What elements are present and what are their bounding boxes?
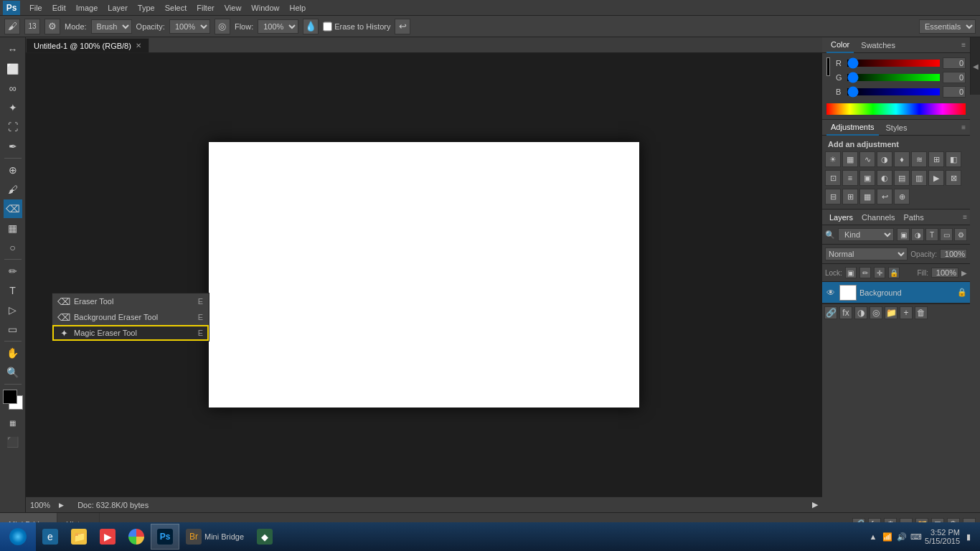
red-value[interactable]	[943, 57, 966, 69]
tool-type[interactable]: T	[4, 281, 22, 300]
blue-slider[interactable]	[847, 88, 940, 95]
filter-smart-icon[interactable]: ⚙	[954, 228, 967, 241]
menu-image[interactable]: Image	[71, 2, 103, 14]
mode-select[interactable]: Brush	[91, 19, 132, 34]
taskbar-bridge[interactable]: Br Mini Bridge	[179, 524, 250, 550]
tab-swatches[interactable]: Swatches	[857, 37, 900, 53]
menu-file[interactable]: File	[24, 2, 47, 14]
color-preview-swatch[interactable]	[826, 57, 830, 76]
volume-icon[interactable]: 🔊	[896, 531, 908, 542]
adj-icon-extra4[interactable]: ↩	[877, 189, 892, 204]
adj-icon-extra5[interactable]: ⊕	[894, 189, 910, 204]
opacity-select[interactable]: 100%	[169, 19, 210, 34]
menu-filter[interactable]: Filter	[192, 2, 219, 14]
screen-mode-btn[interactable]: ⬛	[4, 433, 22, 451]
brush-size-btn[interactable]: 13	[24, 19, 40, 34]
fx-btn[interactable]: fx	[839, 306, 852, 319]
adj-colorlookup-btn[interactable]: ▣	[859, 170, 875, 186]
adj-gradientmap-btn[interactable]: ▶	[928, 170, 944, 186]
green-value[interactable]	[943, 72, 966, 83]
new-layer-btn[interactable]: +	[900, 306, 913, 319]
layers-panel-expand[interactable]: ≡	[963, 213, 967, 221]
tool-eyedropper[interactable]: ✒	[4, 137, 22, 156]
red-slider[interactable]	[847, 60, 940, 67]
taskbar-chrome[interactable]	[122, 524, 151, 550]
panel-collapse-btn[interactable]: ◀	[970, 37, 980, 95]
brush-options-btn[interactable]: ⚙	[44, 19, 60, 34]
taskbar-photoshop[interactable]: Ps	[151, 524, 179, 550]
menu-window[interactable]: Window	[246, 2, 284, 14]
airbrush-icon[interactable]: ◎	[215, 19, 230, 34]
tab-adjustments[interactable]: Adjustments	[826, 120, 879, 136]
tool-eraser[interactable]: ⌫	[4, 199, 22, 218]
tool-pen[interactable]: ✏	[4, 262, 22, 281]
layers-filter-select[interactable]: Kind	[838, 228, 894, 241]
adj-bw-btn[interactable]: ◧	[946, 151, 961, 167]
tool-move[interactable]: ↔	[4, 40, 22, 59]
expand-arrow[interactable]: ▶	[812, 500, 818, 509]
tool-hand[interactable]: ✋	[4, 344, 22, 362]
new-mask-btn[interactable]: ◑	[854, 306, 867, 319]
tool-shape[interactable]: ▭	[4, 320, 22, 339]
taskbar-extra[interactable]: ◆	[250, 524, 279, 550]
flow-select[interactable]: 100%	[258, 19, 298, 34]
adj-vibrance-btn[interactable]: ♦	[894, 151, 910, 167]
workspace-select[interactable]: Essentials	[919, 19, 976, 34]
flyout-magic-eraser-tool[interactable]: ✦ Magic Eraser Tool E	[52, 325, 209, 341]
filter-type-icon[interactable]: T	[925, 228, 938, 241]
filter-adj-icon[interactable]: ◑	[911, 228, 924, 241]
keyboard-icon[interactable]: ⌨	[910, 531, 922, 542]
menu-edit[interactable]: Edit	[47, 2, 71, 14]
erase-to-history-checkbox[interactable]	[323, 19, 332, 34]
blend-mode-select[interactable]: Normal	[825, 248, 908, 260]
opacity-input[interactable]	[940, 249, 967, 259]
flyout-bg-eraser-tool[interactable]: ⌫ Background Eraser Tool E	[52, 309, 209, 325]
layer-visibility-btn[interactable]: 👁	[825, 287, 837, 298]
lock-all-btn[interactable]: 🔒	[888, 267, 900, 278]
tool-crop[interactable]: ⛶	[4, 118, 22, 136]
quick-mask-btn[interactable]: ▦	[4, 413, 22, 432]
flow-icon[interactable]: 💧	[303, 19, 319, 34]
adj-icon-extra2[interactable]: ⊞	[842, 189, 858, 204]
tab-styles[interactable]: Styles	[882, 120, 912, 136]
adj-channelmixer-btn[interactable]: ≡	[842, 170, 858, 186]
color-spectrum-bar[interactable]	[826, 103, 966, 115]
taskbar-ie[interactable]: e	[36, 524, 65, 550]
taskbar-media[interactable]: ▶	[93, 524, 122, 550]
adj-threshold-btn[interactable]: ▥	[911, 170, 927, 186]
taskbar-clock[interactable]: 3:52 PM 5/15/2015	[925, 528, 960, 545]
tool-lasso[interactable]: ∞	[4, 79, 22, 98]
tool-zoom[interactable]: 🔍	[4, 363, 22, 382]
lock-paint-btn[interactable]: ✏	[859, 267, 871, 278]
adj-hsl-btn[interactable]: ≋	[911, 151, 927, 167]
taskbar-explorer[interactable]: 📁	[65, 524, 93, 550]
color-swatches[interactable]	[3, 390, 23, 410]
tool-healing[interactable]: ⊕	[4, 161, 22, 179]
show-desktop-btn[interactable]: ▮	[963, 531, 974, 542]
status-info-btn[interactable]: ▶	[56, 500, 66, 510]
flyout-eraser-tool[interactable]: ⌫ Eraser Tool E	[52, 293, 209, 309]
lock-pixel-btn[interactable]: ▣	[845, 267, 857, 278]
notification-icon[interactable]: ▲	[867, 531, 879, 542]
tab-close-btn[interactable]: ✕	[136, 42, 141, 50]
tab-color[interactable]: Color	[826, 37, 854, 53]
lock-position-btn[interactable]: ✛	[874, 267, 885, 278]
adj-exposure-btn[interactable]: ◑	[877, 151, 892, 167]
menu-select[interactable]: Select	[160, 2, 192, 14]
tab-channels[interactable]: Channels	[857, 209, 899, 225]
delete-layer-btn[interactable]: 🗑	[915, 306, 928, 319]
network-icon[interactable]: 📶	[882, 531, 893, 542]
document-tab[interactable]: Untitled-1 @ 100% (RGB/8) ✕	[26, 38, 149, 52]
tool-preset-btn[interactable]: 🖌	[4, 19, 20, 34]
filter-pixel-icon[interactable]: ▣	[897, 228, 910, 241]
adj-levels-btn[interactable]: ▦	[842, 151, 858, 167]
layer-row-background[interactable]: 👁 Background 🔒	[822, 282, 970, 303]
new-adj-btn[interactable]: ◎	[870, 306, 882, 319]
menu-view[interactable]: View	[220, 2, 247, 14]
filter-shape-icon[interactable]: ▭	[940, 228, 953, 241]
adj-photofilter-btn[interactable]: ⊡	[825, 170, 841, 186]
new-group-btn[interactable]: 📁	[885, 306, 897, 319]
tool-path-select[interactable]: ▷	[4, 301, 22, 319]
tab-layers[interactable]: Layers	[825, 209, 857, 225]
adj-panel-expand[interactable]: ≡	[961, 123, 966, 131]
